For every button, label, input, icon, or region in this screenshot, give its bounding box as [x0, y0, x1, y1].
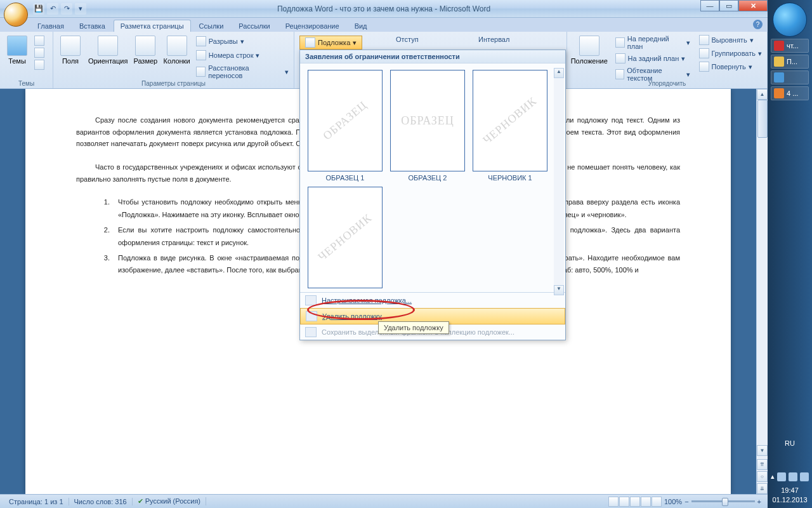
view-fullscreen-icon[interactable]: [619, 497, 629, 507]
watermark-item-draft1[interactable]: ЧЕРНОВИК ЧЕРНОВИК 1: [471, 70, 549, 182]
maximize-button[interactable]: ▭: [719, 0, 738, 11]
watermark-gallery-header: Заявления об ограничении ответственности: [300, 50, 565, 64]
status-language[interactable]: ✔ Русский (Россия): [133, 497, 206, 505]
group-pagesetup-label: Параметры страницы: [57, 80, 290, 88]
hyphenation-button[interactable]: Расстановка переносов ▾: [195, 64, 290, 80]
tab-view[interactable]: Вид: [348, 20, 374, 32]
custom-watermark-icon: [305, 295, 317, 305]
view-weblayout-icon[interactable]: [630, 497, 640, 507]
language-indicator[interactable]: RU: [768, 439, 812, 447]
next-page-button[interactable]: ⇊: [757, 483, 768, 494]
zoom-in-button[interactable]: +: [757, 498, 761, 505]
scroll-up-button[interactable]: ▲: [757, 89, 768, 100]
theme-effects-icon[interactable]: [34, 60, 44, 70]
taskbar-item-1[interactable]: чт...: [771, 39, 809, 53]
close-button[interactable]: ✕: [738, 0, 768, 11]
position-button[interactable]: Положение: [571, 34, 608, 83]
size-button[interactable]: Размер: [132, 34, 159, 66]
watermark-item-draft2[interactable]: ЧЕРНОВИК ЧЕРНОВИК 2: [306, 187, 384, 292]
themes-label: Темы: [8, 57, 26, 65]
remove-watermark-icon: [306, 311, 317, 321]
windows-taskbar: чт... П... 4 ... RU ▴ 19:47 01.12.2013: [768, 0, 812, 508]
save-watermark-icon: [305, 327, 317, 337]
statusbar: Страница: 1 из 1 Число слов: 316 ✔ Русск…: [0, 494, 768, 508]
breaks-button[interactable]: Разрывы ▾: [195, 36, 290, 47]
watermark-dropdown: Заявления об ограничении ответственности…: [299, 50, 566, 340]
indent-label: Отступ: [396, 36, 419, 43]
start-button[interactable]: [773, 3, 807, 37]
prev-page-button[interactable]: ⇈: [757, 459, 768, 470]
zoom-slider[interactable]: [691, 500, 755, 502]
tab-references[interactable]: Ссылки: [192, 20, 231, 32]
tooltip: Удалить подложку: [378, 321, 449, 334]
watermark-icon: [305, 37, 315, 48]
qat-more[interactable]: ▾: [75, 3, 86, 15]
browse-object-button[interactable]: ○: [757, 471, 768, 482]
office-button[interactable]: [4, 3, 28, 27]
scroll-down-icon[interactable]: ▼: [554, 285, 564, 295]
rotate-button[interactable]: Повернуть ▾: [698, 61, 764, 72]
tab-pagelayout[interactable]: Разметка страницы: [114, 20, 191, 32]
watermark-button[interactable]: Подложка ▾: [299, 36, 362, 50]
titlebar: 💾 ↶ ↷ ▾ Подложка Word - что это и зачем …: [0, 0, 768, 18]
watermark-item-sample2[interactable]: ОБРАЗЕЦ ОБРАЗЕЦ 2: [389, 70, 466, 182]
tray-network-icon[interactable]: [789, 472, 797, 481]
scroll-down-button[interactable]: ▼: [757, 445, 768, 456]
ribbon-tabs: Главная Вставка Разметка страницы Ссылки…: [0, 18, 768, 32]
vertical-scrollbar[interactable]: ▲ ▼ ⇈ ○ ⇊: [756, 89, 768, 494]
orientation-button[interactable]: Ориентация: [88, 34, 128, 66]
watermark-item-sample1[interactable]: ОБРАЗЕЦ ОБРАЗЕЦ 1: [306, 70, 384, 182]
scroll-up-icon[interactable]: ▲: [554, 68, 564, 78]
tab-mailings[interactable]: Рассылки: [232, 20, 277, 32]
view-draft-icon[interactable]: [652, 497, 662, 507]
theme-fonts-icon[interactable]: [34, 48, 44, 58]
margins-button[interactable]: Поля: [57, 34, 84, 66]
tab-review[interactable]: Рецензирование: [278, 20, 346, 32]
bring-front-button[interactable]: На передний план ▾: [614, 34, 691, 51]
status-page[interactable]: Страница: 1 из 1: [4, 498, 69, 505]
watermark-custom-menuitem[interactable]: Настраиваемая подложка...: [300, 293, 565, 308]
scroll-thumb[interactable]: [757, 100, 768, 138]
theme-colors-icon[interactable]: [34, 36, 44, 46]
minimize-button[interactable]: —: [700, 0, 719, 11]
qat-redo[interactable]: ↷: [61, 3, 72, 15]
view-printlayout-icon[interactable]: [608, 497, 619, 507]
tray-flag-icon[interactable]: [777, 472, 786, 481]
status-words[interactable]: Число слов: 316: [69, 498, 133, 505]
taskbar-notification[interactable]: 4 ...: [771, 86, 809, 100]
view-outline-icon[interactable]: [641, 497, 651, 507]
tab-home[interactable]: Главная: [30, 20, 71, 32]
window-title: Подложка Word - что это и зачем она нужн…: [277, 4, 490, 13]
columns-button[interactable]: Колонки: [162, 34, 191, 66]
themes-button[interactable]: Темы: [4, 34, 30, 66]
word-icon: [774, 72, 784, 83]
group-themes-label: Темы: [4, 80, 49, 88]
qat-undo[interactable]: ↶: [47, 3, 58, 15]
notif-icon: [774, 88, 784, 98]
linenumbers-button[interactable]: Номера строк ▾: [195, 50, 290, 61]
align-button[interactable]: Выровнять ▾: [698, 34, 764, 46]
group-arrange-label: Упорядочить: [571, 80, 763, 88]
send-back-button[interactable]: На задний план ▾: [614, 53, 691, 64]
tab-insert[interactable]: Вставка: [72, 20, 112, 32]
zoom-level[interactable]: 100%: [664, 498, 682, 505]
folder-icon: [774, 57, 784, 67]
taskbar-item-2[interactable]: П...: [771, 55, 809, 69]
tray-volume-icon[interactable]: [800, 472, 809, 481]
taskbar-clock[interactable]: 19:47 01.12.2013: [768, 486, 812, 504]
qat-save[interactable]: 💾: [33, 3, 44, 15]
browser-icon: [774, 41, 784, 51]
tray-arrow-icon[interactable]: ▴: [771, 472, 775, 481]
group-button[interactable]: Группировать ▾: [698, 48, 764, 59]
zoom-out-button[interactable]: −: [684, 498, 688, 505]
spacing-label: Интервал: [478, 36, 509, 43]
watermark-scrollbar[interactable]: ▲ ▼: [554, 68, 564, 295]
help-icon[interactable]: ?: [753, 20, 763, 29]
system-tray: ▴: [768, 472, 812, 481]
taskbar-item-3[interactable]: [771, 70, 809, 84]
